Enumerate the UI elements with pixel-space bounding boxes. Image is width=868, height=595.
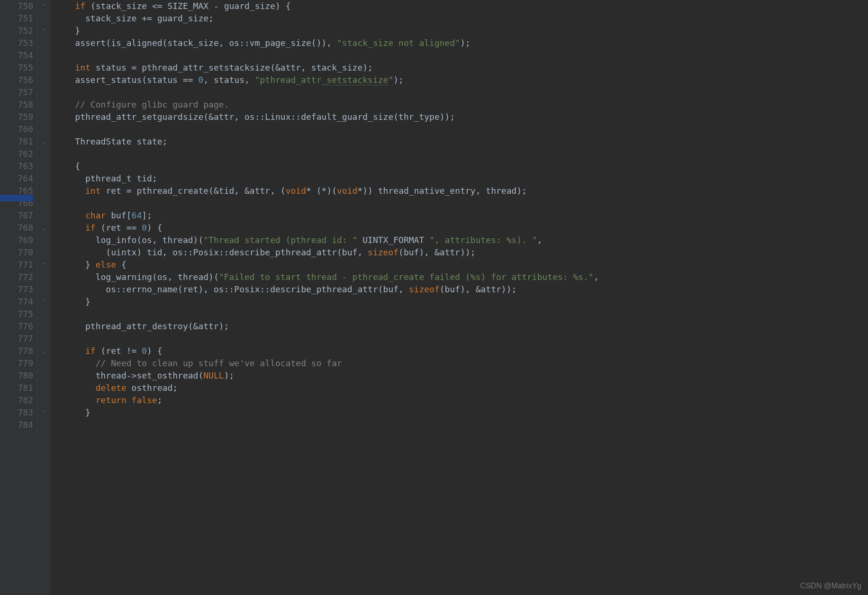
- code-line[interactable]: if (ret != 0) {: [54, 345, 868, 357]
- code-line[interactable]: thread->set_osthread(NULL);: [54, 370, 868, 382]
- code-token: setstacksize: [326, 75, 388, 85]
- code-line[interactable]: }: [54, 296, 868, 308]
- line-number[interactable]: 758: [9, 99, 33, 111]
- line-number[interactable]: 759: [9, 111, 33, 123]
- fold-marker: [37, 419, 51, 431]
- line-number[interactable]: 752: [9, 25, 33, 37]
- fold-marker: [37, 320, 51, 333]
- line-number[interactable]: 753: [9, 37, 33, 49]
- line-number[interactable]: 770: [9, 246, 33, 259]
- line-number[interactable]: 754: [9, 49, 33, 62]
- fold-column[interactable]: ⌃⌃⌄⌄⌃⌃⌄⌃: [37, 0, 51, 595]
- code-line[interactable]: if (ret == 0) {: [54, 222, 868, 234]
- line-number[interactable]: 784: [9, 419, 33, 431]
- code-token: sizeof: [409, 284, 440, 294]
- code-line[interactable]: [54, 86, 868, 99]
- code-token: osthread;: [127, 383, 178, 393]
- fold-marker[interactable]: ⌃: [37, 25, 51, 37]
- code-line[interactable]: [54, 148, 868, 160]
- code-line[interactable]: if (stack_size <= SIZE_MAX - guard_size)…: [54, 0, 868, 12]
- line-number-gutter[interactable]: 7507517527537547557567577587597607617627…: [9, 0, 37, 595]
- code-line[interactable]: // Configure glibc guard page.: [54, 99, 868, 111]
- code-line[interactable]: [54, 49, 868, 62]
- line-number[interactable]: 751: [9, 12, 33, 25]
- code-line[interactable]: (uintx) tid, os::Posix::describe_pthread…: [54, 246, 868, 259]
- fold-marker[interactable]: ⌃: [37, 296, 51, 308]
- fold-marker[interactable]: ⌃: [37, 406, 51, 419]
- code-line[interactable]: stack_size += guard_size;: [54, 12, 868, 25]
- code-area[interactable]: if (stack_size <= SIZE_MAX - guard_size)…: [51, 0, 868, 595]
- code-token: (ret ==: [96, 223, 142, 233]
- code-line[interactable]: {: [54, 160, 868, 172]
- code-line[interactable]: ThreadState state;: [54, 135, 868, 148]
- code-token: (ret !=: [96, 346, 142, 356]
- line-number[interactable]: 779: [9, 357, 33, 370]
- code-token: [54, 346, 85, 356]
- fold-marker: [37, 111, 51, 123]
- code-token: [54, 1, 75, 11]
- fold-marker[interactable]: ⌄: [37, 222, 51, 234]
- line-number[interactable]: 756: [9, 74, 33, 86]
- code-line[interactable]: int status = pthread_attr_setstacksize(&…: [54, 62, 868, 74]
- line-number[interactable]: 776: [9, 320, 33, 333]
- line-number[interactable]: 771: [9, 259, 33, 271]
- fold-marker[interactable]: ⌃: [37, 0, 51, 12]
- code-token: * (*)(: [306, 186, 337, 196]
- bookmark-marker[interactable]: [0, 195, 33, 201]
- line-number[interactable]: 778: [9, 345, 33, 357]
- code-line[interactable]: }: [54, 406, 868, 419]
- code-token: delete: [96, 383, 127, 393]
- code-line[interactable]: char buf[64];: [54, 209, 868, 222]
- code-line[interactable]: [54, 197, 868, 209]
- line-number[interactable]: 768: [9, 222, 33, 234]
- line-number[interactable]: 750: [9, 0, 33, 12]
- code-line[interactable]: [54, 419, 868, 431]
- line-number[interactable]: 760: [9, 123, 33, 135]
- line-number[interactable]: 781: [9, 382, 33, 394]
- line-number[interactable]: 764: [9, 172, 33, 185]
- breakpoint-margin[interactable]: [0, 0, 9, 595]
- code-line[interactable]: } else {: [54, 259, 868, 271]
- code-line[interactable]: int ret = pthread_create(&tid, &attr, (v…: [54, 185, 868, 197]
- line-number[interactable]: 782: [9, 394, 33, 406]
- code-token: "Failed to start thread - pthread_create…: [219, 272, 594, 282]
- code-line[interactable]: pthread_attr_setguardsize(&attr, os::Lin…: [54, 111, 868, 123]
- fold-marker[interactable]: ⌄: [37, 345, 51, 357]
- line-number[interactable]: 777: [9, 333, 33, 345]
- code-line[interactable]: log_info(os, thread)("Thread started (pt…: [54, 234, 868, 246]
- line-number[interactable]: 775: [9, 308, 33, 320]
- line-number[interactable]: 763: [9, 160, 33, 172]
- code-token: "stack_size not aligned": [337, 38, 460, 48]
- code-line[interactable]: }: [54, 25, 868, 37]
- code-line[interactable]: os::errno_name(ret), os::Posix::describe…: [54, 283, 868, 296]
- code-line[interactable]: delete osthread;: [54, 382, 868, 394]
- code-line[interactable]: pthread_attr_destroy(&attr);: [54, 320, 868, 333]
- fold-marker[interactable]: ⌄: [37, 135, 51, 148]
- line-number[interactable]: 755: [9, 62, 33, 74]
- code-line[interactable]: log_warning(os, thread)("Failed to start…: [54, 271, 868, 283]
- code-line[interactable]: // Need to clean up stuff we've allocate…: [54, 357, 868, 370]
- line-number[interactable]: 774: [9, 296, 33, 308]
- code-line[interactable]: pthread_t tid;: [54, 172, 868, 185]
- line-number[interactable]: 757: [9, 86, 33, 99]
- line-number[interactable]: 762: [9, 148, 33, 160]
- line-number[interactable]: 773: [9, 283, 33, 296]
- line-number[interactable]: 767: [9, 209, 33, 222]
- code-token: {: [54, 161, 80, 171]
- fold-marker: [37, 185, 51, 197]
- code-line[interactable]: [54, 333, 868, 345]
- code-line[interactable]: return false;: [54, 394, 868, 406]
- code-line[interactable]: [54, 308, 868, 320]
- line-number[interactable]: 783: [9, 406, 33, 419]
- code-token: [54, 99, 75, 109]
- line-number[interactable]: 769: [9, 234, 33, 246]
- line-number[interactable]: 772: [9, 271, 33, 283]
- code-line[interactable]: [54, 123, 868, 135]
- code-line[interactable]: assert(is_aligned(stack_size, os::vm_pag…: [54, 37, 868, 49]
- line-number[interactable]: 761: [9, 135, 33, 148]
- fold-marker[interactable]: ⌃: [37, 259, 51, 271]
- line-number[interactable]: 780: [9, 370, 33, 382]
- code-token: , status,: [203, 75, 254, 85]
- code-line[interactable]: assert_status(status == 0, status, "pthr…: [54, 74, 868, 86]
- code-editor[interactable]: 7507517527537547557567577587597607617627…: [0, 0, 868, 595]
